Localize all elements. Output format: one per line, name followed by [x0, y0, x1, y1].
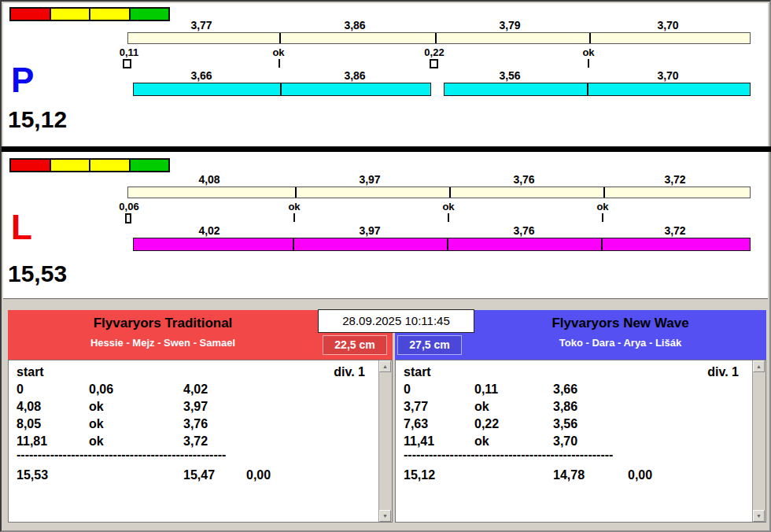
separator-row: ----------------------------------------…: [9, 448, 392, 465]
changeover-status: ok: [89, 434, 104, 449]
scroll-up-icon[interactable]: ▲: [753, 360, 765, 372]
penalty-time: 0,00: [246, 468, 271, 482]
bar-divider: [603, 187, 605, 198]
run-bar-segment: [293, 238, 448, 251]
run-bar-segment: [444, 83, 588, 96]
cumulative-time: 8,05: [17, 417, 41, 431]
run-split-label: 3,70: [657, 69, 678, 82]
cumulative-time: 0: [404, 382, 411, 397]
start-delta-label: ok: [582, 46, 594, 58]
team-lineup: Toko - Dara - Arya - Lišák: [474, 337, 766, 349]
run-bar-segment: [602, 238, 751, 251]
bar-divider: [279, 33, 281, 43]
separator-line: ----------------------------------------…: [17, 448, 226, 462]
reference-split-label: 3,72: [664, 173, 685, 186]
reference-split-label: 3,86: [344, 19, 365, 31]
run-bar-segment: [133, 238, 293, 251]
run-split-label: 3,72: [664, 224, 685, 237]
cumulative-time: 0: [17, 382, 24, 397]
penalty-time: 0,00: [628, 468, 652, 482]
run-split-label: 4,02: [198, 224, 219, 237]
cumulative-time: 11,81: [17, 434, 47, 449]
scroll-down-icon[interactable]: ▼: [379, 510, 391, 522]
bar-divider: [435, 33, 437, 43]
start-label: start: [404, 365, 431, 379]
lane-total-time: 15,53: [8, 262, 67, 286]
lane-letter: P: [11, 63, 34, 98]
fault-marker: [430, 59, 438, 68]
scroll-up-icon[interactable]: ▲: [379, 360, 391, 372]
split-time: 3,66: [553, 382, 577, 397]
changeover-status: 0,22: [474, 417, 499, 431]
clean-time: 14,78: [553, 468, 585, 482]
split-time: 3,97: [183, 400, 208, 414]
vertical-scrollbar[interactable]: ▲ ▼: [378, 360, 392, 522]
fault-marker: [125, 213, 131, 224]
scroll-down-icon[interactable]: ▼: [753, 510, 765, 522]
total-time: 15,12: [404, 468, 435, 482]
run-split-label: 3,97: [359, 224, 380, 237]
light-green: [131, 9, 169, 20]
lane-panel-l: 4,08 3,97 3,76 3,72 0,06 ok ok ok 4,02 3…: [3, 152, 768, 299]
bar-divider: [589, 33, 591, 43]
run-split-label: 3,66: [190, 69, 212, 82]
pass-tick: [293, 213, 295, 222]
reference-bar: [127, 32, 751, 44]
split-time: 3,72: [183, 434, 208, 449]
team-header-texts: Flyvaryors New Wave Toko - Dara - Arya -…: [474, 310, 766, 360]
run-bar-segment: [448, 238, 602, 251]
reference-split-label: 3,76: [513, 173, 534, 186]
start-lights: [9, 7, 170, 21]
changeover-status: ok: [89, 417, 104, 431]
lane-divider: [2, 146, 771, 152]
start-delta-label: ok: [288, 201, 300, 212]
table-header-row: start div. 1: [396, 365, 765, 382]
lane-letter: L: [11, 210, 32, 245]
run-split-label: 3,56: [499, 69, 520, 82]
cumulative-time: 11,41: [404, 434, 434, 449]
light-red: [11, 9, 51, 20]
split-time: 3,86: [553, 400, 577, 414]
reference-split-label: 3,79: [499, 19, 520, 31]
reference-bar: [127, 187, 751, 198]
start-lights: [9, 158, 170, 172]
light-yellow-1: [51, 9, 91, 20]
start-delta-label: ok: [442, 201, 454, 212]
light-yellow-1: [51, 160, 91, 171]
team-lineup: Hessie - Mejz - Swen - Samael: [8, 337, 318, 349]
totals-row: 15,53 15,47 0,00: [9, 468, 392, 486]
result-row: 4,08 ok 3,97: [9, 400, 392, 417]
fault-marker: [123, 59, 131, 68]
run-bar-segment: [281, 83, 431, 96]
pass-tick: [448, 213, 449, 222]
changeover-status: ok: [474, 400, 489, 414]
split-time: 3,70: [553, 434, 577, 449]
result-row: 0 0,11 3,66: [396, 382, 765, 400]
bar-divider: [449, 187, 451, 198]
light-red: [11, 160, 51, 171]
start-delta-label: 0,06: [119, 201, 138, 212]
start-delta-label: 0,11: [120, 46, 139, 58]
jump-height-badge: 22,5 cm: [323, 335, 387, 355]
results-table-right: start div. 1 0 0,11 3,66 3,77 ok 3,86 7,…: [395, 360, 766, 523]
table-header-row: start div. 1: [9, 365, 392, 382]
lane-total-time: 15,12: [8, 108, 67, 131]
changeover-status: ok: [474, 434, 489, 449]
run-bar-segment: [133, 83, 281, 96]
lane-panel-p: 3,77 3,86 3,79 3,70 0,11 ok 0,22 ok 3,66…: [3, 3, 768, 146]
vertical-scrollbar[interactable]: ▲ ▼: [752, 360, 765, 522]
run-split-label: 3,76: [513, 224, 534, 237]
cumulative-time: 7,63: [404, 417, 428, 431]
split-time: 4,02: [183, 382, 208, 397]
division-label: div. 1: [334, 365, 365, 379]
totals-row: 15,12 14,78 0,00: [396, 468, 765, 486]
changeover-status: ok: [89, 400, 104, 414]
results-table-left: start div. 1 0 0,06 4,02 4,08 ok 3,97 8,…: [8, 360, 393, 523]
light-yellow-2: [90, 9, 131, 20]
run-split-label: 3,86: [344, 69, 365, 82]
start-delta-label: 0,22: [424, 46, 444, 58]
pass-tick: [279, 59, 280, 68]
app-window: 3,77 3,86 3,79 3,70 0,11 ok 0,22 ok 3,66…: [0, 0, 771, 532]
reference-split-label: 3,77: [190, 19, 212, 31]
team-name: Flyvaryors Traditional: [8, 316, 318, 331]
